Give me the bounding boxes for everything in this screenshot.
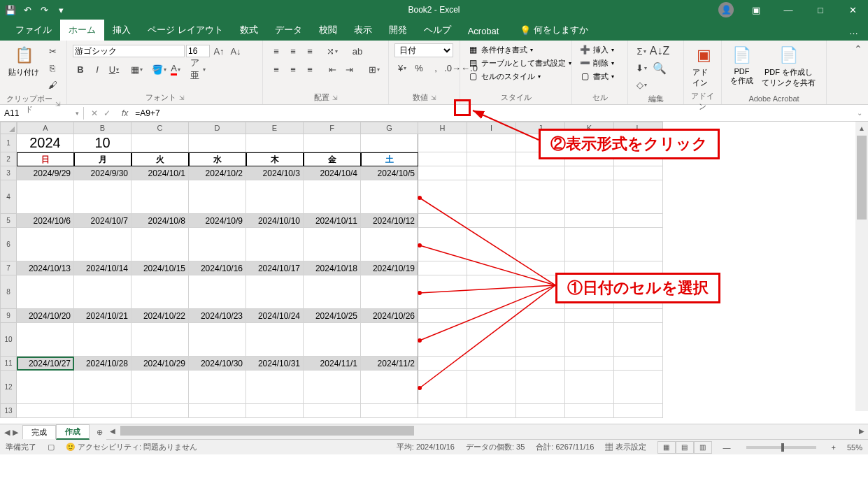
cell-F4[interactable] [304,180,361,214]
cell-H5[interactable] [418,214,467,228]
cell-F8[interactable] [304,275,361,309]
addins-button[interactable]: ▣ アドイン [690,43,718,89]
increase-indent-icon[interactable]: ⇥ [341,62,357,77]
sheet-tab-2[interactable]: 作成 [56,424,90,440]
status-extras-icon[interactable]: ▢ [48,443,55,452]
ribbon-tab-ページ レイアウト[interactable]: ページ レイアウト [139,20,232,41]
cell-E10[interactable] [246,323,304,357]
cell-F7[interactable]: 2024/10/18 [304,261,361,275]
name-box-dropdown-icon[interactable]: ▾ [76,110,79,117]
cell-A11[interactable]: 2024/10/27 [17,357,74,371]
cell-A13[interactable] [17,404,74,418]
row-header-3[interactable]: 3 [0,166,17,180]
cell-E13[interactable] [246,404,304,418]
italic-button[interactable]: I [90,62,105,77]
bold-button[interactable]: B [73,62,88,77]
cell-H1[interactable] [418,134,467,152]
ribbon-tab-数式[interactable]: 数式 [232,20,266,41]
row-header-1[interactable]: 1 [0,134,17,152]
ribbon-tab-ファイル[interactable]: ファイル [7,20,60,41]
ribbon-tab-挿入[interactable]: 挿入 [104,20,139,41]
col-header-G[interactable]: G [361,122,418,134]
align-left-icon[interactable]: ≡ [269,62,284,77]
cell-J10[interactable] [516,323,565,357]
cell-D7[interactable]: 2024/10/16 [189,261,246,275]
zoom-slider[interactable] [746,446,816,449]
cell-L12[interactable] [614,371,663,404]
percent-icon[interactable]: % [411,60,427,76]
cell-F6[interactable] [304,228,361,261]
cell-A5[interactable]: 2024/10/6 [17,214,74,228]
cell-C3[interactable]: 2024/10/1 [131,166,189,180]
cell-E2[interactable]: 木 [246,152,304,166]
cut-icon[interactable]: ✂ [45,43,60,59]
col-header-F[interactable]: F [304,122,361,134]
row-header-13[interactable]: 13 [0,404,17,418]
cell-G1[interactable] [361,134,418,152]
cell-H8[interactable] [418,275,467,309]
cell-A1[interactable]: 2024 [17,134,74,152]
cell-F9[interactable]: 2024/10/25 [304,309,361,323]
cell-I10[interactable] [467,323,516,357]
cell-F12[interactable] [304,371,361,404]
row-header-8[interactable]: 8 [0,275,17,309]
merge-icon[interactable]: ⊞ [367,62,382,77]
cell-F3[interactable]: 2024/10/4 [304,166,361,180]
cell-I8[interactable] [467,275,516,309]
cell-G6[interactable] [361,228,418,261]
format-cells-button[interactable]: ▢書式▾ [578,70,616,82]
cell-G7[interactable]: 2024/10/19 [361,261,418,275]
row-header-7[interactable]: 7 [0,261,17,275]
ribbon-tab-開発[interactable]: 開発 [380,20,415,41]
cell-H3[interactable] [418,166,467,180]
cell-G11[interactable]: 2024/11/2 [361,357,418,371]
align-right-icon[interactable]: ≡ [302,62,318,77]
tell-me-search[interactable]: 💡何をしますか [513,20,595,41]
underline-button[interactable]: U [106,62,122,77]
cell-L5[interactable] [614,214,663,228]
zoom-out-button[interactable]: — [723,443,731,452]
cell-C12[interactable] [131,371,189,404]
cell-J3[interactable] [516,166,565,180]
col-header-H[interactable]: H [418,122,467,134]
comma-icon[interactable]: , [428,60,443,76]
qa-dropdown-icon[interactable]: ▾ [55,3,67,16]
cell-I4[interactable] [467,180,516,214]
cell-F2[interactable]: 金 [304,152,361,166]
number-format-select[interactable]: 日付 [394,43,453,57]
col-header-B[interactable]: B [74,122,131,134]
select-all-button[interactable] [0,122,17,134]
sheet-nav-next-icon[interactable]: ▶ [13,428,18,437]
cell-A10[interactable] [17,323,74,357]
cell-E12[interactable] [246,371,304,404]
maximize-button[interactable]: □ [805,0,836,20]
ribbon-tab-ヘルプ[interactable]: ヘルプ [415,20,460,41]
cell-D12[interactable] [189,371,246,404]
cell-J5[interactable] [516,214,565,228]
cell-B4[interactable] [74,180,131,214]
font-name-input[interactable] [73,45,185,57]
border-icon[interactable]: ▦ [129,62,144,77]
scroll-up-icon[interactable]: ▲ [855,122,868,134]
redo-icon[interactable]: ↷ [38,3,50,16]
row-header-9[interactable]: 9 [0,309,17,323]
orientation-icon[interactable]: ⤭ [325,43,340,59]
share-button[interactable]: … [839,22,868,41]
font-size-input[interactable] [186,45,210,57]
cell-K4[interactable] [565,180,614,214]
align-middle-icon[interactable]: ≡ [285,43,301,59]
add-sheet-button[interactable]: ⊕ [92,425,106,439]
cell-E7[interactable]: 2024/10/17 [246,261,304,275]
cell-D5[interactable]: 2024/10/9 [189,214,246,228]
cell-D2[interactable]: 水 [189,152,246,166]
cell-E8[interactable] [246,275,304,309]
cell-D11[interactable]: 2024/10/30 [189,357,246,371]
display-settings-button[interactable]: ▦ 表示設定 [605,442,646,452]
cell-A6[interactable] [17,228,74,261]
number-launcher-icon[interactable]: ⇲ [431,94,436,101]
cell-B11[interactable]: 2024/10/28 [74,357,131,371]
cell-D9[interactable]: 2024/10/23 [189,309,246,323]
cell-K11[interactable] [565,357,614,371]
cell-I2[interactable] [467,152,516,166]
phonetic-icon[interactable]: ア亜 [190,62,206,77]
